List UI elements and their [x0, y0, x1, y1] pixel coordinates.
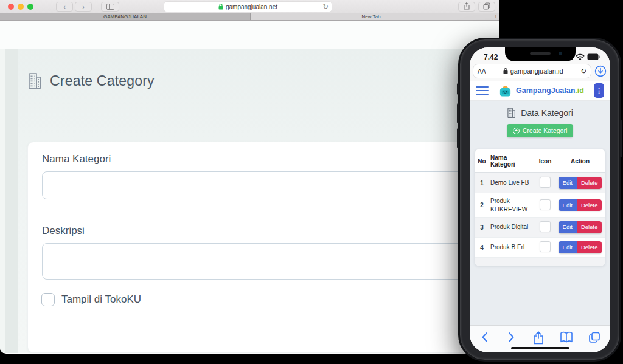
- forward-icon[interactable]: [506, 331, 517, 343]
- sidebar-toggle-button[interactable]: [101, 2, 119, 12]
- tab-overview-button[interactable]: [478, 2, 495, 12]
- lock-icon: [503, 68, 508, 74]
- download-progress-button[interactable]: [594, 65, 607, 77]
- edit-button[interactable]: Edit: [559, 241, 577, 253]
- description-field-label: Deskripsi: [42, 225, 85, 237]
- row-category-name: Produk Digital: [489, 218, 535, 238]
- screenshot-stage: ‹ › gampangjualan.net ↻: [0, 0, 623, 364]
- address-bar[interactable]: gampangjualan.net ↻: [164, 2, 332, 12]
- delete-button[interactable]: Delete: [577, 199, 602, 211]
- create-category-form-card: Nama Kategori Deskripsi Tampil di TokoKU: [27, 142, 484, 353]
- table-row: 2 Produk KLIKREVIEW EditDelete: [475, 193, 605, 218]
- phone-volume-up-button: [457, 103, 459, 123]
- kategori-table-card: No Nama Kategori Icon Action 1 Demo Live…: [475, 149, 605, 266]
- phone-volume-down-button: [457, 128, 459, 148]
- table-header-row: No Nama Kategori Icon Action: [475, 149, 605, 173]
- tab-label: New Tab: [362, 14, 381, 19]
- brand-tld: .id: [575, 86, 584, 95]
- zoom-window-button[interactable]: [27, 4, 33, 10]
- home-indicator[interactable]: [511, 347, 569, 350]
- delete-button[interactable]: Delete: [577, 241, 602, 253]
- close-window-button[interactable]: [8, 4, 14, 10]
- col-header-no: No: [475, 149, 489, 173]
- data-kategori-heading: Data Kategori: [470, 108, 610, 118]
- table-footer-row: [475, 258, 605, 266]
- description-textarea[interactable]: [42, 243, 471, 280]
- tab-label: GAMPANGJUALAN: [103, 14, 147, 19]
- table-row: 1 Demo Live FB EditDelete: [475, 173, 605, 193]
- sidebar-icon: [106, 4, 114, 10]
- category-icon-placeholder: [540, 199, 551, 210]
- web-page-content: Create Category Nama Kategori Deskripsi …: [0, 21, 499, 353]
- desktop-browser-window: ‹ › gampangjualan.net ↻: [0, 0, 499, 354]
- create-kategori-label: Create Kategori: [523, 127, 568, 134]
- edit-button[interactable]: Edit: [559, 221, 577, 233]
- phone-screen: 7.42: [470, 47, 610, 352]
- row-number: 3: [475, 218, 489, 238]
- page-left-margin: [0, 49, 5, 353]
- url-text: gampangjualan.net: [226, 4, 277, 10]
- building-icon: [27, 72, 42, 90]
- forward-button[interactable]: ›: [75, 2, 92, 12]
- name-field-label: Nama Kategori: [42, 153, 111, 165]
- create-kategori-button[interactable]: + Create Kategori: [507, 124, 574, 137]
- share-icon[interactable]: [532, 331, 545, 345]
- mobile-url-center: gampangjualan.id: [486, 67, 580, 75]
- phone-notch: [505, 47, 576, 61]
- new-tab-button[interactable]: +: [492, 13, 499, 20]
- category-icon-placeholder: [540, 177, 551, 188]
- wifi-icon: [576, 53, 585, 60]
- browser-titlebar: ‹ › gampangjualan.net ↻: [0, 0, 499, 13]
- mobile-address-field[interactable]: AA gampangjualan.id ↻: [473, 64, 591, 78]
- edit-button[interactable]: Edit: [559, 199, 577, 211]
- col-header-nama: Nama Kategori: [489, 149, 535, 173]
- delete-button[interactable]: Delete: [577, 177, 602, 188]
- building-icon: [507, 108, 516, 118]
- row-number: 2: [475, 193, 489, 218]
- page-left-strip: [5, 49, 18, 353]
- reload-icon[interactable]: ↻: [323, 2, 329, 12]
- category-icon-placeholder: [540, 241, 551, 252]
- brand-logo[interactable]: GampangJualan.id: [498, 84, 584, 98]
- app-navbar: GampangJualan.id ⋮: [470, 81, 610, 101]
- history-nav-group: ‹ ›: [56, 2, 92, 12]
- row-category-name: Produk B Erl: [489, 238, 535, 258]
- reader-mode-button[interactable]: AA: [478, 68, 486, 75]
- card-footer-divider: [28, 337, 484, 337]
- mobile-reload-icon[interactable]: ↻: [580, 67, 586, 75]
- tabs-icon[interactable]: [588, 331, 600, 343]
- tab-overview-icon: [483, 2, 490, 10]
- ellipsis-icon: ⋮: [596, 87, 602, 95]
- browser-tab-bar: GAMPANGJUALAN New Tab +: [0, 13, 499, 21]
- bookmarks-icon[interactable]: [560, 331, 573, 343]
- page-top-navbar: [0, 21, 499, 49]
- phone-camera: [559, 52, 562, 55]
- tokoku-checkbox[interactable]: [41, 293, 55, 306]
- battery-icon: [587, 53, 600, 60]
- delete-button[interactable]: Delete: [577, 221, 602, 233]
- hamburger-menu-button[interactable]: [476, 86, 489, 95]
- edit-button[interactable]: Edit: [559, 177, 577, 188]
- minimize-window-button[interactable]: [18, 4, 24, 10]
- back-icon[interactable]: [479, 331, 490, 343]
- tab-gampangjualan[interactable]: GAMPANGJUALAN: [0, 13, 251, 20]
- share-button[interactable]: [458, 2, 475, 12]
- row-number: 1: [475, 173, 489, 193]
- app-menu-button[interactable]: ⋮: [594, 83, 604, 98]
- table-row: 3 Produk Digital EditDelete: [475, 218, 605, 238]
- back-button[interactable]: ‹: [56, 2, 73, 12]
- mobile-url-bar: AA gampangjualan.id ↻: [470, 64, 610, 81]
- tab-new-tab[interactable]: New Tab: [251, 13, 492, 20]
- phone-speaker: [530, 52, 551, 55]
- mobile-browser-toolbar: [470, 325, 610, 352]
- row-number: 4: [475, 238, 489, 258]
- kategori-table: No Nama Kategori Icon Action 1 Demo Live…: [475, 149, 605, 266]
- share-icon: [464, 2, 470, 10]
- mobile-url-text: gampangjualan.id: [510, 67, 563, 75]
- row-category-name: Demo Live FB: [489, 173, 535, 193]
- name-input[interactable]: [42, 171, 471, 199]
- phone-mockup: 7.42: [458, 38, 621, 362]
- tokoku-checkbox-label: Tampil di TokoKU: [61, 294, 141, 306]
- table-row: 4 Produk B Erl EditDelete: [475, 238, 605, 258]
- app-page: Data Kategori + Create Kategori No Nama …: [470, 101, 610, 325]
